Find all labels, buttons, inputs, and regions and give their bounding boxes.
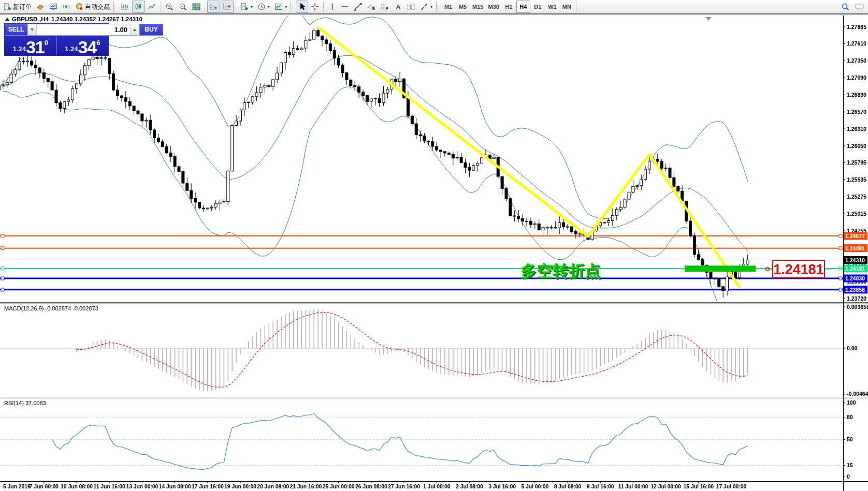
- chat-button[interactable]: [852, 1, 866, 13]
- text-label-tool-button[interactable]: T: [404, 1, 417, 13]
- line-chart-button[interactable]: [146, 1, 158, 13]
- sell-price[interactable]: 1.24 31 0: [5, 36, 56, 56]
- auto-scroll-button[interactable]: [207, 1, 220, 13]
- timeframe-M1[interactable]: M1: [441, 1, 455, 13]
- timeframe-H4[interactable]: H4: [516, 1, 530, 13]
- volume-increase-button[interactable]: [130, 24, 139, 35]
- dropdown-caret: ▾: [285, 5, 287, 9]
- time-tick-label: 3 Jul 16:00: [488, 484, 516, 489]
- time-tick-label: 5 Jun 2019: [3, 484, 31, 489]
- arrows-icon: [420, 3, 428, 11]
- chart-shift-button[interactable]: [221, 1, 234, 13]
- macd-pane: [0, 309, 843, 391]
- yellow-trendline-1[interactable]: [318, 27, 588, 236]
- hline-1.23858[interactable]: [0, 288, 843, 291]
- bar-chart-button[interactable]: [119, 1, 132, 13]
- profiles-button[interactable]: [34, 1, 47, 13]
- rsi-label: RSI(14) 37.0083: [4, 400, 46, 406]
- cursor-tool-button[interactable]: [296, 1, 308, 13]
- text-tool-button[interactable]: A: [392, 1, 404, 13]
- equidistant-channel-tool-button[interactable]: E: [365, 1, 378, 13]
- fibonacci-icon: F: [380, 3, 389, 11]
- turning-point-text[interactable]: 多空转折点: [520, 262, 601, 280]
- dropdown-caret: ▾: [268, 5, 270, 9]
- line-handle[interactable]: [839, 247, 842, 250]
- zoom-out-button[interactable]: [177, 1, 190, 13]
- time-tick-label: 9 Jul 16:00: [587, 484, 614, 489]
- line-handle[interactable]: [1, 277, 4, 280]
- time-tick-label: 1 Jul 00:00: [423, 484, 451, 489]
- timeframe-D1[interactable]: D1: [531, 1, 545, 13]
- price-tick-label: 1.25015: [847, 211, 866, 217]
- main-toolbar: 新订单 自动交易 ▾ ▾: [0, 0, 868, 14]
- time-tick-label: 17 Jun 16:00: [192, 484, 224, 489]
- line-handle[interactable]: [1, 267, 4, 270]
- crosshair-icon: [311, 3, 319, 11]
- timeframe-W1[interactable]: W1: [545, 1, 559, 13]
- time-tick-label: 17 Jul 00:00: [716, 484, 747, 489]
- templates-button[interactable]: ▾: [272, 1, 289, 13]
- panel-collapse-icon[interactable]: [5, 18, 9, 21]
- search-icon: [841, 3, 850, 11]
- line-handle[interactable]: [1, 288, 4, 291]
- svg-text:1.24310: 1.24310: [845, 257, 865, 263]
- candlestick-chart-button[interactable]: [132, 1, 145, 13]
- chart-window[interactable]: GBPUSD-,H4 1.24340 1.24352 1.24267 1.243…: [0, 14, 868, 491]
- buy-price[interactable]: 1.24 34 6: [57, 36, 109, 56]
- macd-axis-top: 0.003658: [847, 304, 868, 310]
- buy-button[interactable]: BUY: [139, 24, 163, 36]
- hline-1.24030[interactable]: [0, 277, 843, 280]
- indicators-icon: [240, 3, 249, 11]
- indicators-button[interactable]: ▾: [238, 1, 255, 13]
- svg-text:F: F: [386, 7, 389, 10]
- yellow-trendline-2[interactable]: [588, 155, 650, 236]
- chart-shift-marker[interactable]: [705, 17, 712, 21]
- timeframe-M15[interactable]: M15: [470, 1, 485, 13]
- hline-1.24491[interactable]: [0, 247, 843, 250]
- autotrading-button[interactable]: 自动交易: [73, 1, 112, 13]
- timeframe-H1[interactable]: H1: [502, 1, 516, 13]
- time-tick-label: 15 Jul 16:00: [684, 484, 714, 489]
- data-window-button[interactable]: [60, 1, 73, 13]
- sell-button[interactable]: SELL: [5, 24, 27, 36]
- trendline-icon: [354, 3, 362, 11]
- candles: [0, 28, 749, 298]
- line-handle[interactable]: [839, 288, 842, 291]
- chat-icon: [855, 3, 864, 11]
- volume-input[interactable]: [37, 24, 130, 35]
- green-highlight-band[interactable]: [685, 265, 756, 272]
- timeframe-M30[interactable]: M30: [486, 1, 501, 13]
- crosshair-tool-button[interactable]: [309, 1, 321, 13]
- volume-control: [27, 24, 139, 36]
- fibonacci-tool-button[interactable]: F: [378, 1, 391, 13]
- svg-text:1.24677: 1.24677: [845, 233, 865, 239]
- svg-text:A: A: [396, 3, 401, 11]
- tile-windows-button[interactable]: [190, 1, 202, 13]
- price-tick-label: 1.27610: [847, 40, 866, 47]
- hline-1.24677[interactable]: [0, 234, 843, 237]
- new-order-button[interactable]: 新订单: [1, 1, 34, 13]
- timeframe-MN[interactable]: MN: [560, 1, 574, 13]
- price-callout-text: 1.24181: [773, 262, 824, 277]
- search-button[interactable]: [839, 1, 852, 13]
- line-handle[interactable]: [839, 234, 842, 237]
- arrows-tool-button[interactable]: ▾: [418, 1, 435, 13]
- triangle-up-icon: [133, 28, 136, 31]
- zoom-in-button[interactable]: [163, 1, 176, 13]
- market-watch-button[interactable]: [47, 1, 60, 13]
- vertical-line-tool-button[interactable]: [326, 1, 338, 13]
- price-chart[interactable]: 多空转折点多空转折点1.241811.278651.276101.273501.…: [0, 14, 868, 491]
- horizontal-line-tool-button[interactable]: [339, 1, 351, 13]
- timeframe-M5[interactable]: M5: [456, 1, 470, 13]
- volume-decrease-button[interactable]: [28, 24, 37, 35]
- periods-button[interactable]: ▾: [255, 1, 272, 13]
- symbol-timeframe: GBPUSD-,H4: [12, 16, 49, 22]
- line-handle[interactable]: [839, 277, 842, 280]
- line-handle[interactable]: [1, 247, 4, 250]
- main-pane[interactable]: 多空转折点多空转折点: [0, 14, 843, 327]
- trendline-tool-button[interactable]: [352, 1, 364, 13]
- signal-icon: [62, 3, 70, 11]
- cursor-icon: [298, 3, 306, 11]
- price-tick-label: 1.25535: [847, 176, 866, 183]
- line-handle[interactable]: [1, 234, 4, 237]
